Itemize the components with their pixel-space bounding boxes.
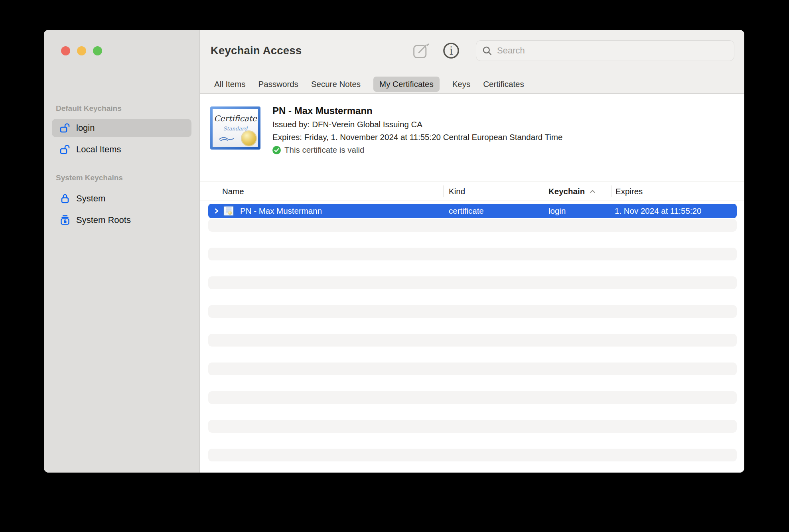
tab-secure-notes[interactable]: Secure Notes [311, 77, 361, 92]
column-separator [543, 185, 543, 197]
new-item-button[interactable] [412, 43, 430, 59]
certificate-small-icon [223, 206, 234, 217]
table-header: Name Kind Keychain Expires [200, 181, 744, 201]
row-cell-keychain: login [548, 206, 566, 216]
certificate-status: This certificate is valid [272, 145, 365, 155]
empty-row[interactable] [208, 333, 737, 347]
certificate-expires: Expires: Friday, 1. November 2024 at 11:… [272, 132, 562, 142]
certificate-issued-by: Issued by: DFN-Verein Global Issuing CA [272, 120, 422, 129]
column-separator [443, 185, 444, 197]
column-header-keychain[interactable]: Keychain [548, 182, 596, 201]
tab-all-items[interactable]: All Items [214, 77, 246, 92]
empty-row[interactable] [208, 448, 737, 462]
lock-icon [59, 193, 71, 205]
sidebar-item-system[interactable]: System [52, 189, 191, 208]
tab-my-certificates[interactable]: My Certificates [373, 77, 440, 92]
empty-row[interactable] [208, 290, 737, 304]
certificate-list: PN - Max Mustermann certificate login 1.… [208, 204, 737, 473]
zoom-window-button[interactable] [93, 46, 102, 55]
sort-ascending-icon [590, 189, 596, 193]
search-icon [482, 45, 492, 56]
column-header-expires[interactable]: Expires [615, 182, 643, 201]
certificate-title: PN - Max Mustermann [272, 105, 373, 116]
empty-row[interactable] [208, 218, 737, 233]
certificate-status-text: This certificate is valid [284, 145, 365, 155]
tab-certificates[interactable]: Certificates [483, 77, 524, 92]
sidebar-header-system-keychains: System Keychains [56, 173, 123, 182]
disclosure-chevron-icon[interactable] [214, 208, 219, 214]
sidebar-item-label: System [76, 193, 105, 204]
empty-row[interactable] [208, 390, 737, 405]
column-header-kind[interactable]: Kind [449, 182, 465, 201]
lock-stack-icon [59, 214, 71, 226]
column-header-keychain-label: Keychain [548, 187, 585, 196]
info-button[interactable]: i [442, 41, 460, 60]
unlock-icon [59, 144, 71, 156]
svg-text:i: i [450, 45, 453, 57]
sidebar-item-local-items[interactable]: Local Items [52, 140, 191, 159]
sidebar-item-login[interactable]: login [52, 119, 191, 137]
keychain-access-window: Default Keychains login Local Items Syst… [44, 30, 744, 473]
empty-row[interactable] [208, 362, 737, 376]
sidebar-item-label: Local Items [76, 144, 121, 155]
row-cell-name: PN - Max Mustermann [240, 206, 322, 216]
empty-row[interactable] [208, 419, 737, 433]
column-header-name[interactable]: Name [222, 182, 244, 201]
tab-keys[interactable]: Keys [452, 77, 471, 92]
empty-row[interactable] [208, 233, 737, 247]
search-input[interactable] [496, 45, 728, 56]
empty-row[interactable] [208, 433, 737, 448]
empty-row[interactable] [208, 319, 737, 333]
gold-seal [242, 131, 256, 146]
ribbon-swoosh [218, 136, 235, 142]
certificate-large-icon: Certificate Standard [210, 106, 260, 150]
certificate-paper: Certificate Standard [213, 109, 258, 147]
empty-row[interactable] [208, 247, 737, 261]
sidebar-item-label: System Roots [76, 215, 131, 225]
sidebar-header-default-keychains: Default Keychains [56, 104, 122, 113]
certificate-icon-text: Certificate [213, 114, 258, 123]
empty-row[interactable] [208, 462, 737, 473]
info-icon: i [442, 41, 460, 60]
empty-row[interactable] [208, 347, 737, 362]
empty-row[interactable] [208, 376, 737, 390]
certificate-icon-subtext: Standard [213, 126, 258, 132]
column-separator [611, 185, 612, 197]
search-field[interactable] [476, 40, 734, 61]
tab-passwords[interactable]: Passwords [258, 77, 298, 92]
unlock-icon [59, 122, 71, 134]
close-window-button[interactable] [61, 46, 70, 55]
table-row-selected[interactable]: PN - Max Mustermann certificate login 1.… [208, 204, 737, 218]
sidebar-item-system-roots[interactable]: System Roots [52, 211, 191, 229]
empty-row[interactable] [208, 304, 737, 319]
row-cell-expires: 1. Nov 2024 at 11:55:20 [615, 206, 701, 216]
sidebar: Default Keychains login Local Items Syst… [44, 30, 200, 473]
toolbar: Keychain Access i [200, 30, 744, 75]
empty-row[interactable] [208, 261, 737, 276]
category-tabbar: All Items Passwords Secure Notes My Cert… [200, 75, 744, 94]
main-area: Keychain Access i [200, 30, 744, 473]
content-area: Certificate Standard PN - Max Mustermann… [200, 94, 744, 473]
minimize-window-button[interactable] [77, 46, 86, 55]
empty-row[interactable] [208, 276, 737, 290]
page-title: Keychain Access [211, 30, 302, 71]
valid-check-icon [272, 146, 281, 154]
empty-row[interactable] [208, 405, 737, 419]
window-controls [61, 46, 102, 55]
sidebar-item-label: login [76, 123, 95, 133]
row-cell-kind: certificate [449, 206, 484, 216]
compose-icon [412, 43, 430, 59]
